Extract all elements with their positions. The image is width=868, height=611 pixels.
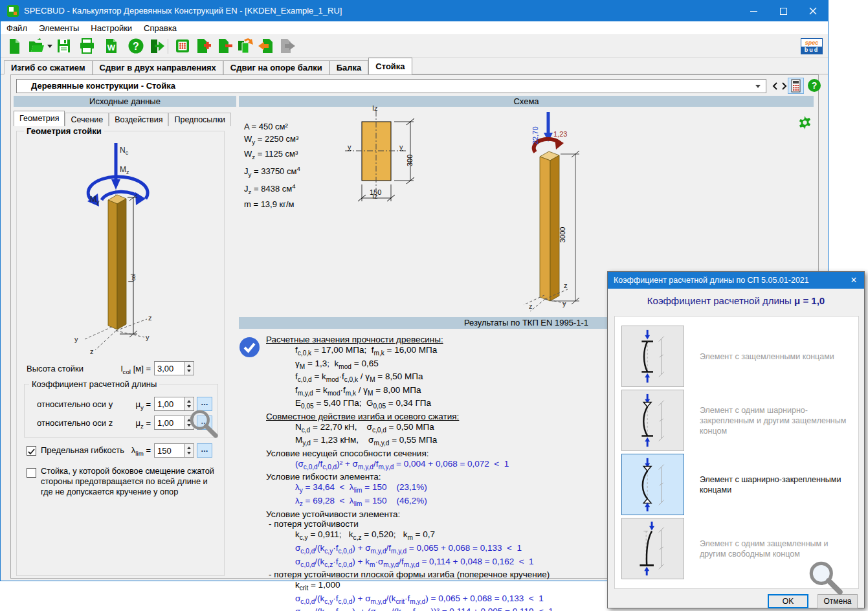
add-element-icon[interactable] (195, 38, 212, 54)
exit-icon[interactable] (148, 38, 165, 54)
input-subtab[interactable]: Сечение (65, 113, 109, 126)
column-3d-graphic (512, 109, 586, 311)
section-property: Wz = 1125 см³ (244, 148, 300, 163)
panel-grid-icon[interactable] (174, 38, 191, 54)
column-length-label: lcol (127, 274, 137, 282)
moment-value: 1,23 (553, 130, 567, 138)
buckling-group-title: Коэффициент расчетной длины (29, 379, 159, 389)
element-selector[interactable]: Деревянные конструкции - Стойка (16, 79, 766, 93)
moment-z-label: Mz (120, 165, 129, 175)
mu-value: μ = 1,0 (794, 295, 825, 306)
minimize-button[interactable] (739, 1, 768, 21)
mu-z-input[interactable] (154, 416, 184, 430)
chevron-down-icon (755, 85, 761, 88)
fixed-free-icon (621, 518, 684, 579)
menu-item[interactable]: Файл (1, 21, 33, 35)
check-icon (27, 447, 36, 456)
save-icon[interactable] (55, 38, 72, 54)
height-spinner[interactable] (184, 361, 194, 375)
next-arrow-button[interactable] (779, 81, 788, 91)
axial-force-value: 22,70 (531, 126, 539, 144)
open-dropdown-icon[interactable] (47, 45, 52, 48)
restraint-label: Стойка, у которой боковое смещение сжато… (41, 466, 219, 497)
axis-y-label: y (74, 335, 78, 343)
restraint-checkbox[interactable] (27, 468, 36, 478)
section-properties: A = 450 см²Wy = 2250 см³Wz = 1125 см³Jy … (244, 121, 300, 210)
section-property: Wy = 2250 см³ (244, 133, 300, 148)
cross-section-graphic (335, 107, 445, 207)
dialog-heading: Коэффициент расчетной длины μ = 1,0 (608, 295, 864, 306)
module-tab[interactable]: Сдвиг на опоре балки (223, 60, 329, 74)
slenderness-symbol: λlim = (121, 445, 151, 457)
moment-y-label: My (90, 195, 100, 205)
section-axis-right-label: y (399, 143, 403, 151)
axis-z-label: z (90, 348, 94, 355)
option-label: Элемент с шарнирно-закрепленными концами (700, 454, 854, 515)
screen: SPECBUD - Калькулятор Деревянных Констру… (0, 0, 868, 611)
slenderness-spinner[interactable] (184, 443, 194, 458)
print-icon[interactable] (78, 38, 95, 54)
pinned-fixed-icon (621, 390, 684, 451)
option-pinned-fixed[interactable]: Элемент с одним шарнирно-закрепленным и … (616, 390, 858, 451)
calculator-icon (788, 78, 803, 93)
mu-y-input[interactable] (154, 397, 184, 411)
menu-item[interactable]: Элементы (33, 21, 85, 35)
input-subtab[interactable]: Геометрия (14, 111, 65, 126)
module-tab[interactable]: Сдвиг в двух направлениях (93, 60, 223, 74)
module-tab[interactable]: Изгиб со сжатием (4, 60, 93, 74)
gear-icon[interactable] (798, 116, 812, 129)
maximize-button[interactable] (768, 1, 798, 21)
module-tab[interactable]: Балка (329, 60, 369, 74)
fixed-ends-icon (621, 326, 684, 387)
context-help-button[interactable]: ? (808, 79, 821, 92)
slenderness-label: Предельная гибкость (41, 445, 124, 455)
section-axis-left-label: y (348, 143, 351, 151)
status-ok-icon (239, 337, 260, 357)
open-file-icon[interactable] (28, 38, 45, 54)
dialog-titlebar: Коэффициент расчетной длины по СП 5.05.0… (608, 272, 864, 289)
input-subtab[interactable]: Воздействия (109, 113, 168, 126)
copy-element-icon[interactable] (236, 38, 253, 54)
column-diagram-graphic (38, 138, 187, 355)
slenderness-input[interactable] (154, 443, 184, 458)
axis-z-label: z (529, 302, 533, 310)
menubar: ФайлЭлементыНастройкиСправка (1, 21, 828, 35)
option-label: Элемент с одним шарнирно-закрепленным и … (700, 390, 854, 451)
input-subtab[interactable]: Предпосылки (168, 113, 231, 126)
column-height-dim: 3000 (559, 227, 566, 243)
export-word-icon[interactable]: W (103, 38, 120, 54)
menu-item[interactable]: Справка (138, 21, 183, 35)
ok-button[interactable]: OK (768, 594, 808, 608)
mu-y-symbol: μy = (121, 399, 151, 411)
cross-section-diagram: Iz Iz y y 300 150 (335, 107, 445, 207)
delete-element-icon[interactable] (216, 38, 233, 54)
new-document-icon[interactable] (6, 38, 23, 54)
schema-header: Схема (239, 96, 814, 107)
help-icon[interactable]: ? (128, 38, 144, 54)
column-3d-diagram: 22,70 1,23 3000 z y z (512, 109, 586, 311)
axis-y-label: y (562, 300, 566, 307)
close-icon (798, 1, 828, 21)
axial-force-label: Nc (120, 146, 128, 156)
toolbar-separator (168, 39, 168, 54)
previous-arrow-button[interactable] (771, 81, 780, 91)
section-property: A = 450 см² (244, 121, 300, 133)
previous-element-icon[interactable] (258, 38, 274, 54)
option-fixed-ends[interactable]: Элемент с защемленными концами (616, 326, 858, 387)
slenderness-browse-button[interactable]: ... (197, 443, 212, 458)
axis-y-label: y (146, 333, 150, 341)
window-title: SPECBUD - Калькулятор Деревянных Констру… (24, 1, 342, 21)
module-tab[interactable]: Стойка (368, 58, 412, 74)
dialog-close-button[interactable]: × (843, 272, 864, 289)
calculator-button[interactable] (788, 78, 804, 94)
height-input[interactable] (154, 361, 184, 375)
buckling-length-dialog: Коэффициент расчетной длины по СП 5.05.0… (607, 271, 865, 608)
section-property: Jz = 8438 см4 (244, 181, 300, 198)
menu-item[interactable]: Настройки (85, 21, 138, 35)
mu-z-label: относительно оси z (37, 418, 113, 428)
close-button[interactable] (798, 1, 828, 21)
section-property: m = 13,9 кг/м (244, 199, 300, 211)
slenderness-checkbox[interactable] (27, 446, 36, 456)
option-pinned-ends[interactable]: Элемент с шарнирно-закрепленными концами (616, 454, 858, 515)
next-element-icon[interactable] (279, 38, 296, 54)
